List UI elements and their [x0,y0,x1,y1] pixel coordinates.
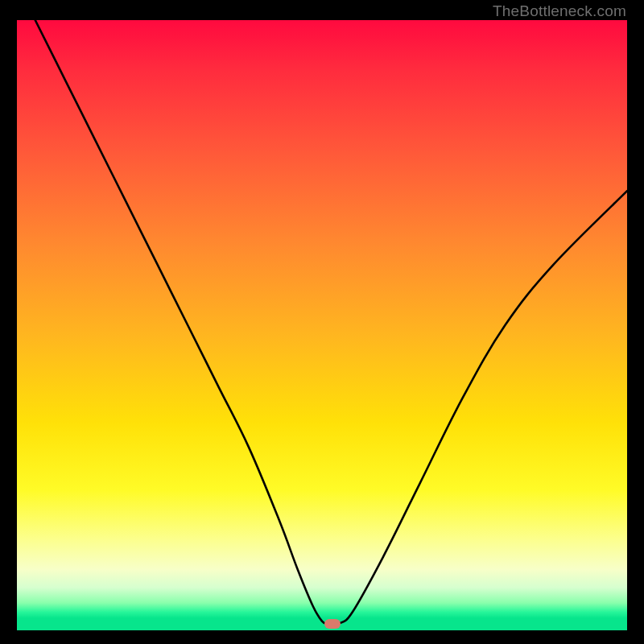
watermark-text: TheBottleneck.com [493,2,626,20]
optimal-marker [324,619,341,629]
bottleneck-curve [35,20,627,625]
chart-stage: TheBottleneck.com [0,0,644,644]
plot-area [17,20,627,630]
curve-svg [17,20,627,630]
